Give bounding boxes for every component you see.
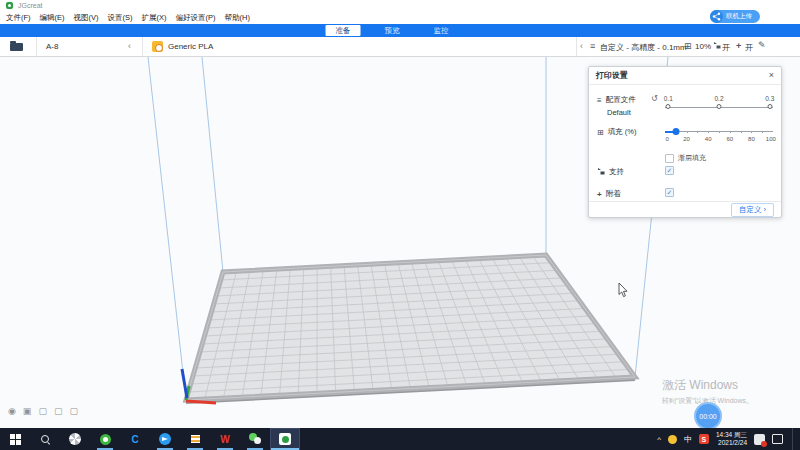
profile-slider-track[interactable] [665,103,773,112]
taskbar-app-pinwheel[interactable] [60,428,90,450]
toolbar-separator [36,37,37,56]
adhesion-label-group: + 附着 [597,189,621,199]
gradual-infill-option: 渐层填充 [665,153,706,163]
edit-settings-pencil-icon[interactable]: ✎ [758,40,766,50]
taskbar-app-w[interactable]: W [210,428,240,450]
start-button[interactable] [0,428,30,450]
building-icon [189,433,201,445]
infill-tick-20: 20 [683,136,690,142]
toolbar-separator [142,37,143,56]
tray-yellow-icon[interactable] [668,435,677,444]
panel-footer: 自定义 › [589,201,781,218]
profile-tick-labels: 0.1 0.2 0.3 [665,95,773,103]
infill-tick-40: 40 [705,136,712,142]
tab-preview[interactable]: 预览 [375,25,410,36]
infill-slider[interactable]: 0 20 40 60 80 100 [665,127,773,144]
view-top-icon[interactable]: ▢ [38,406,47,416]
paper-plane-icon [159,433,171,445]
taskbar-search-button[interactable] [30,428,60,450]
folder-icon [10,43,23,51]
ime-sogou-icon[interactable]: S [699,434,709,444]
profile-slider[interactable]: 0.1 0.2 0.3 [665,95,773,112]
window-title: JGcreat [18,2,43,9]
close-icon[interactable]: × [769,71,774,80]
online-upload-button[interactable]: 联机上传 [710,10,760,23]
view-left-icon[interactable]: ▢ [54,406,63,416]
tray-notification-icon[interactable] [754,434,765,445]
menu-view[interactable]: 视图(V) [74,13,99,23]
application-window: JGcreat 文件(F) 编辑(E) 视图(V) 设置(S) 扩展(X) 偏好… [0,0,800,450]
clock-date: 2021/2/24 [716,439,747,447]
taskbar-app-jgcreat[interactable] [270,428,300,450]
taskbar-clock[interactable]: 14:34 周三 2021/2/24 [716,431,747,447]
support-icon [713,41,721,51]
material-selector-label[interactable]: Generic PLA [168,42,213,51]
panel-header: 打印设置 × [589,67,781,85]
profile-label: 配置文件 [606,95,636,105]
layers-icon: ≡ [590,41,595,51]
infill-tick-100: 100 [766,136,776,142]
open-file-button[interactable] [8,41,28,53]
wechat-icon [249,433,262,445]
menu-help[interactable]: 帮助(H) [225,13,250,23]
tray-expand-chevron-icon[interactable]: ^ [657,435,661,444]
custom-settings-button[interactable]: 自定义 › [731,203,774,217]
view-orientation-toolbar: ◉ ▣ ▢ ▢ ▢ [8,406,78,416]
support-label: 支持 [609,167,624,177]
menu-file[interactable]: 文件(F) [6,13,31,23]
letter-w-icon: W [220,434,229,445]
view-right-icon[interactable]: ▢ [69,406,78,416]
menu-preferences[interactable]: 偏好设置(P) [176,13,216,23]
toolbar-separator [576,37,577,56]
menu-extensions[interactable]: 扩展(X) [142,13,167,23]
print-time-badge: 00:00 [694,402,722,430]
ime-language-indicator[interactable]: 中 [684,434,692,445]
taskbar-app-messenger[interactable] [150,428,180,450]
infill-summary[interactable]: 10% [695,42,711,51]
settings-collapse-chevron-icon[interactable]: ‹ [580,41,583,51]
view-3d-icon[interactable]: ◉ [8,406,16,416]
adhesion-state[interactable]: 开 [745,42,753,53]
infill-slider-track[interactable] [665,127,773,136]
taskbar-app-store[interactable] [180,428,210,450]
material-spool-icon [152,41,163,52]
taskbar-app-c[interactable]: C [120,428,150,450]
infill-grid-icon: ⊞ [597,128,604,137]
profile-stop-03[interactable] [767,104,772,109]
adhesion-checkbox[interactable]: ✓ [665,188,674,197]
jgcreat-icon [279,433,291,445]
support-state[interactable]: 开 [722,42,730,53]
infill-label: 填充 (%) [608,127,637,137]
infill-tick-0: 0 [665,136,668,142]
profile-tick-03: 0.3 [765,95,774,102]
menu-settings[interactable]: 设置(S) [108,13,133,23]
letter-c-icon: C [131,434,138,445]
green-ring-icon [100,434,111,445]
menu-edit[interactable]: 编辑(E) [40,13,65,23]
infill-icon: ⊞ [684,41,692,51]
share-icon [710,10,723,23]
tab-monitor[interactable]: 监控 [424,25,459,36]
printer-collapse-chevron-icon[interactable]: ‹ [128,41,131,51]
profile-stop-01[interactable] [666,104,671,109]
windows-logo-icon [10,434,21,445]
profile-stop-02[interactable] [717,104,722,109]
tab-prepare[interactable]: 准备 [326,25,361,36]
profile-summary[interactable]: 自定义 - 高精度 - 0.1mm [600,42,687,53]
taskbar-app-360[interactable] [90,428,120,450]
support-checkbox[interactable]: ✓ [665,166,674,175]
infill-tick-labels: 0 20 40 60 80 100 [665,136,773,144]
profile-tick-01: 0.1 [664,95,673,102]
infill-tick-80: 80 [748,136,755,142]
show-desktop-strip[interactable] [792,428,794,450]
print-settings-panel: 打印设置 × ≡ 配置文件 ↺ Default 0.1 0.2 0.3 [588,66,782,218]
taskbar-app-wechat[interactable] [240,428,270,450]
view-front-icon[interactable]: ▣ [23,406,32,416]
gradual-infill-checkbox[interactable] [665,154,674,163]
action-center-icon[interactable] [772,434,783,444]
infill-slider-handle[interactable] [672,128,679,135]
support-icon [597,167,605,177]
printer-selector-label[interactable]: A-8 [46,42,58,51]
reset-profile-icon[interactable]: ↺ [651,94,658,103]
online-upload-label: 联机上传 [726,12,752,21]
